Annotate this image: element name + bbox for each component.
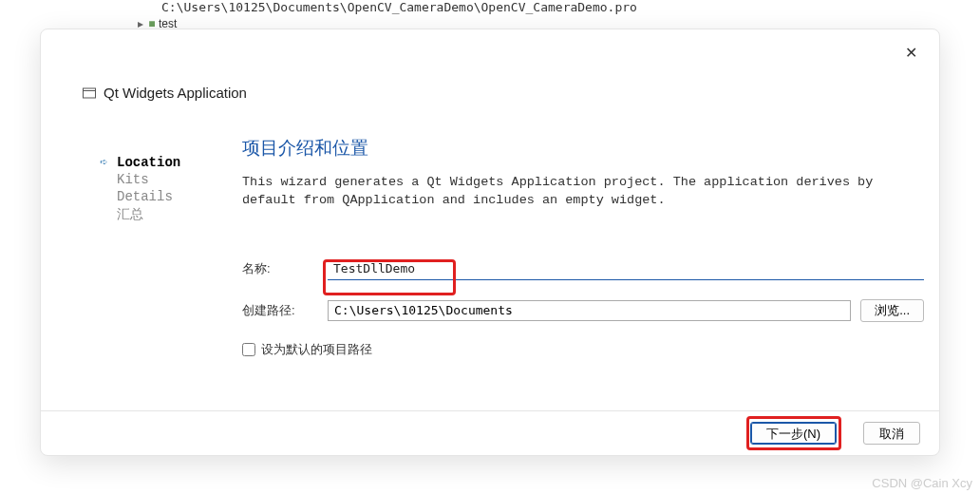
dialog-title-text: Qt Widgets Application: [104, 85, 247, 101]
page-heading: 项目介绍和位置: [242, 136, 924, 161]
sidebar-item-label: 汇总: [117, 206, 143, 223]
background-path-text: C:\Users\10125\Documents\OpenCV_CameraDe…: [161, 0, 637, 14]
wizard-main-content: 项目介绍和位置 This wizard generates a Qt Widge…: [242, 136, 924, 358]
wizard-dialog: ✕ Qt Widgets Application ➪ Location Kits…: [40, 28, 940, 456]
path-label: 创建路径:: [242, 302, 328, 319]
application-icon: [83, 86, 96, 100]
name-label: 名称:: [242, 260, 328, 277]
dialog-title: Qt Widgets Application: [83, 85, 247, 101]
close-button[interactable]: ✕: [899, 41, 922, 64]
default-path-checkbox[interactable]: [242, 343, 255, 356]
sidebar-item-kits[interactable]: Kits: [100, 171, 214, 188]
button-bar: 下一步(N) 取消: [41, 410, 939, 455]
sidebar-item-location[interactable]: ➪ Location: [100, 153, 214, 171]
cancel-button[interactable]: 取消: [863, 422, 920, 445]
close-icon: ✕: [905, 45, 917, 61]
sidebar-item-details[interactable]: Details: [100, 188, 214, 205]
sidebar-item-label: Kits: [117, 172, 149, 187]
default-path-row: 设为默认的项目路径: [242, 341, 924, 358]
page-description: This wizard generates a Qt Widgets Appli…: [242, 174, 924, 210]
sidebar-item-label: Location: [117, 155, 180, 170]
watermark-text: CSDN @Cain Xcy: [872, 476, 972, 490]
wizard-steps-sidebar: ➪ Location Kits Details 汇总: [100, 153, 214, 224]
sidebar-item-label: Details: [117, 189, 173, 204]
svg-rect-0: [84, 88, 96, 98]
sidebar-item-summary[interactable]: 汇总: [100, 205, 214, 224]
path-input[interactable]: [328, 300, 851, 321]
path-row: 创建路径: 浏览...: [242, 299, 924, 322]
default-path-label: 设为默认的项目路径: [261, 341, 372, 358]
next-button[interactable]: 下一步(N): [750, 422, 837, 445]
name-input[interactable]: [328, 257, 924, 280]
browse-button[interactable]: 浏览...: [860, 299, 924, 322]
arrow-right-icon: ➪: [100, 154, 113, 170]
name-row: 名称:: [242, 257, 924, 280]
